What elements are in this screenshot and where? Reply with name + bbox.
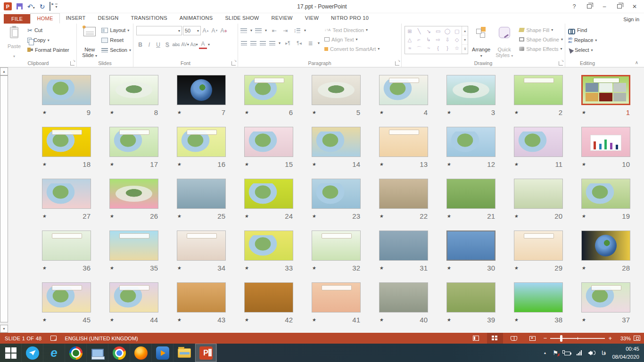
text-shadow-button[interactable]: S bbox=[163, 40, 171, 49]
slide-27-thumbnail[interactable] bbox=[42, 179, 91, 209]
shape-icon-1-1[interactable]: ⌐ bbox=[416, 37, 422, 43]
clock[interactable]: 00:45 08/04/2020 bbox=[612, 345, 639, 360]
animation-star-icon[interactable]: ★ bbox=[446, 265, 452, 271]
animation-star-icon[interactable]: ★ bbox=[514, 110, 519, 115]
collapse-ribbon-button[interactable]: ∧ bbox=[635, 60, 638, 65]
slide-5-thumbnail[interactable] bbox=[312, 75, 361, 105]
slide-3-thumbnail[interactable] bbox=[446, 75, 495, 105]
restore-button[interactable] bbox=[613, 1, 626, 12]
slide-sorter-view-button[interactable] bbox=[487, 333, 503, 344]
slide-25-thumbnail[interactable] bbox=[177, 179, 226, 209]
slide-28-thumbnail[interactable] bbox=[581, 230, 630, 261]
numbering-icon[interactable] bbox=[256, 28, 262, 33]
align-right-icon[interactable] bbox=[260, 41, 266, 46]
shape-outline-button[interactable]: Shape Outline▾ bbox=[519, 35, 563, 43]
slide-23-thumbnail[interactable] bbox=[312, 179, 361, 209]
animation-star-icon[interactable]: ★ bbox=[312, 214, 317, 219]
grow-font-button[interactable]: A▲ bbox=[202, 26, 210, 35]
align-text-button[interactable]: Align Text▾ bbox=[324, 35, 380, 43]
animation-star-icon[interactable]: ★ bbox=[312, 110, 317, 115]
paste-button[interactable]: Paste▾ bbox=[3, 26, 25, 59]
animation-star-icon[interactable]: ★ bbox=[109, 214, 115, 219]
gallery-down-icon[interactable]: ▼ bbox=[462, 35, 468, 44]
animation-star-icon[interactable]: ★ bbox=[379, 317, 384, 322]
shape-icon-0-1[interactable]: ╲ bbox=[416, 28, 422, 34]
zoom-slider-thumb[interactable] bbox=[560, 335, 562, 342]
font-color-button[interactable]: A bbox=[199, 40, 207, 49]
taskbar-app-idm[interactable] bbox=[65, 344, 87, 362]
ribbon-tab-slide-show[interactable]: SLIDE SHOW bbox=[219, 13, 265, 24]
animation-star-icon[interactable]: ★ bbox=[446, 162, 452, 167]
font-dialog-launcher[interactable] bbox=[231, 61, 236, 66]
zoom-percentage[interactable]: 33% bbox=[615, 336, 631, 341]
font-name-combobox[interactable]: ▾ bbox=[136, 26, 182, 35]
scroll-up-icon[interactable]: ▲ bbox=[0, 67, 8, 75]
vertical-scrollbar[interactable]: ▲ ▼ bbox=[0, 67, 8, 333]
ribbon-tab-animations[interactable]: ANIMATIONS bbox=[173, 13, 219, 24]
slide-30-thumbnail[interactable] bbox=[446, 230, 495, 261]
paragraph-dialog-launcher[interactable] bbox=[395, 61, 399, 66]
shrink-font-button[interactable]: A▼ bbox=[211, 26, 219, 35]
animation-star-icon[interactable]: ★ bbox=[244, 162, 249, 167]
scrollbar-thumb[interactable] bbox=[0, 75, 8, 322]
taskbar-app-media-player[interactable] bbox=[152, 344, 173, 362]
left-to-right-icon[interactable]: ▸¶ bbox=[284, 39, 292, 48]
animation-star-icon[interactable]: ★ bbox=[312, 265, 317, 271]
format-painter-button[interactable]: Format Painter bbox=[27, 46, 69, 54]
paste-dropdown-icon[interactable]: ▾ bbox=[13, 54, 15, 58]
animation-star-icon[interactable]: ★ bbox=[244, 317, 249, 322]
animation-star-icon[interactable]: ★ bbox=[177, 214, 182, 219]
input-language-indicator[interactable]: فا bbox=[602, 350, 606, 356]
animation-star-icon[interactable]: ★ bbox=[177, 265, 182, 271]
minimize-button[interactable]: – bbox=[598, 1, 611, 12]
animation-star-icon[interactable]: ★ bbox=[581, 265, 586, 271]
powerpoint-logo-icon[interactable]: P bbox=[4, 2, 12, 10]
zoom-in-button[interactable]: + bbox=[608, 335, 612, 342]
animation-star-icon[interactable]: ★ bbox=[581, 214, 586, 219]
slide-38-thumbnail[interactable] bbox=[514, 282, 563, 313]
animation-star-icon[interactable]: ★ bbox=[446, 110, 452, 115]
ribbon-tab-file[interactable]: FILE bbox=[4, 14, 30, 24]
save-icon[interactable] bbox=[17, 3, 23, 9]
shapes-gallery-scrollbar[interactable]: ▲ ▼ ⊽ bbox=[462, 26, 468, 54]
bullets-icon[interactable] bbox=[241, 28, 247, 33]
scroll-down-icon[interactable]: ▼ bbox=[0, 325, 8, 333]
slide-45-thumbnail[interactable] bbox=[42, 282, 91, 313]
slide-4-thumbnail[interactable] bbox=[379, 75, 428, 105]
taskbar-app-remote-desktop[interactable] bbox=[87, 344, 108, 362]
battery-icon[interactable] bbox=[564, 352, 570, 355]
shape-icon-0-2[interactable]: ↘ bbox=[425, 28, 432, 34]
animation-star-icon[interactable]: ★ bbox=[42, 110, 47, 115]
slide-8-thumbnail[interactable] bbox=[109, 75, 158, 105]
animation-star-icon[interactable]: ★ bbox=[514, 214, 519, 219]
taskbar-app-powerpoint[interactable]: P bbox=[195, 344, 217, 362]
undo-button[interactable]: ↶▾ bbox=[27, 2, 35, 11]
slide-17-thumbnail[interactable] bbox=[109, 127, 158, 157]
animation-star-icon[interactable]: ★ bbox=[379, 110, 384, 115]
character-spacing-button[interactable]: AV▾ bbox=[181, 40, 189, 49]
slide-39-thumbnail[interactable] bbox=[446, 282, 495, 313]
font-color-dropdown-icon[interactable]: ▾ bbox=[208, 42, 210, 47]
animation-star-icon[interactable]: ★ bbox=[109, 317, 115, 322]
network-signal-icon[interactable] bbox=[577, 350, 582, 355]
slide-24-thumbnail[interactable] bbox=[244, 179, 293, 209]
animation-star-icon[interactable]: ★ bbox=[514, 162, 519, 167]
shape-icon-1-5[interactable]: ◇ bbox=[454, 37, 460, 43]
undo-dropdown-icon[interactable]: ▾ bbox=[33, 6, 35, 10]
slide-11-thumbnail[interactable] bbox=[514, 127, 563, 157]
language-indicator[interactable]: ENGLISH (UNITED KINGDOM) bbox=[65, 336, 138, 341]
customize-qat-icon[interactable]: ▾ bbox=[55, 4, 57, 9]
animation-star-icon[interactable]: ★ bbox=[244, 265, 249, 271]
slide-40-thumbnail[interactable] bbox=[379, 282, 428, 313]
columns-icon[interactable]: ≣ bbox=[306, 39, 314, 48]
animation-star-icon[interactable]: ★ bbox=[42, 214, 47, 219]
animation-star-icon[interactable]: ★ bbox=[581, 162, 586, 167]
taskbar-app-telegram[interactable] bbox=[22, 344, 43, 362]
select-button[interactable]: Select▾ bbox=[568, 46, 597, 54]
repeat-icon[interactable]: ↻ bbox=[40, 3, 45, 10]
sign-in-link[interactable]: Sign in bbox=[623, 16, 639, 22]
slideshow-view-button[interactable] bbox=[525, 333, 541, 344]
slide-42-thumbnail[interactable] bbox=[244, 282, 293, 313]
shape-icon-2-2[interactable]: ~ bbox=[425, 45, 432, 52]
shape-icon-1-3[interactable]: ⇨ bbox=[435, 37, 441, 43]
